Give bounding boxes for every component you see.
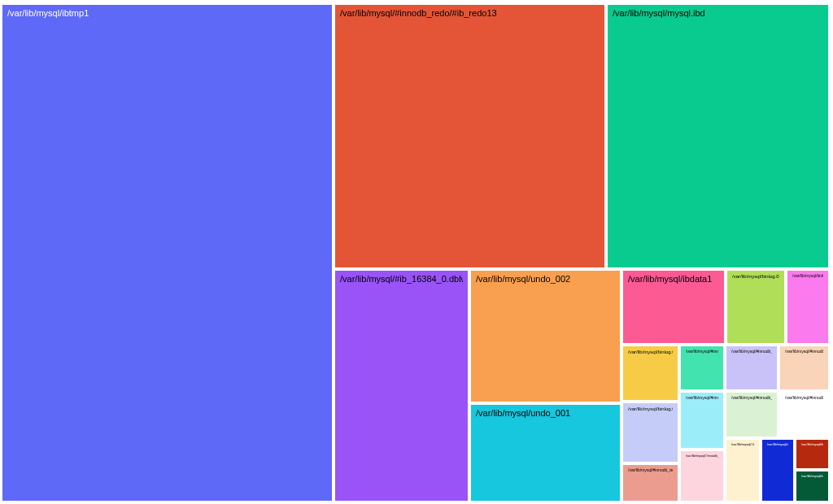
cell-temptmp-1-label: /var/lib/mysql/#innodb_temp/temp_1.ibt: [628, 468, 673, 473]
cell-undo-001: /var/lib/mysql/undo_001: [470, 404, 621, 502]
cell-ib-16384-label: /var/lib/mysql/#ib_16384_0.dblwr: [340, 274, 463, 284]
cell-undo-001-label: /var/lib/mysql/undo_001: [476, 408, 615, 418]
cell-binlog-041: /var/lib/mysql/binlog.000041: [622, 402, 678, 463]
cell-binlog-042-label: /var/lib/mysql/binlog.000042: [801, 475, 823, 478]
cell-temptmp-3-label: /var/lib/mysql/#innodb_temp/temp_3.ibt: [731, 350, 772, 354]
cell-binlog-038: /var/lib/mysql/binlog.000038: [726, 270, 785, 344]
cell-temptmp-9: /var/lib/mysql/#innodb_temp/temp_9.ibt: [726, 439, 760, 502]
cell-temptmp-4: /var/lib/mysql/#innodb_temp/temp_4.ibt: [779, 345, 829, 390]
cell-mysql-ibd: /var/lib/mysql/mysql.ibd: [607, 4, 829, 268]
cell-binlog-040-label: /var/lib/mysql/binlog.000040: [628, 350, 673, 355]
cell-temptmp-2: /var/lib/mysql/#innodb_temp/temp_2.ibt: [680, 345, 724, 390]
cell-temptmp-3: /var/lib/mysql/#innodb_temp/temp_3.ibt: [726, 345, 778, 390]
cell-temptmp-4-label: /var/lib/mysql/#innodb_temp/temp_4.ibt: [785, 350, 823, 354]
cell-temptmp-8: /var/lib/mysql/#innodb_temp/temp_8.ibt: [680, 450, 724, 502]
cell-temptmp-5-label: /var/lib/mysql/#innodb_temp/temp_5.ibt: [686, 396, 718, 401]
cell-binlog-039: /var/lib/mysql/binlog.000039: [787, 270, 829, 344]
cell-binlog-042: /var/lib/mysql/binlog.000042: [796, 471, 829, 502]
cell-binlog-040: /var/lib/mysql/binlog.000040: [622, 345, 678, 401]
cell-ibdata1-label: /var/lib/mysql/ibdata1: [628, 274, 719, 284]
cell-binlog-039-label: /var/lib/mysql/binlog.000039: [792, 274, 823, 279]
cell-ibbuffer: /var/lib/mysql/ib_buffer_pool: [796, 439, 829, 469]
cell-undo-002: /var/lib/mysql/undo_002: [470, 270, 621, 402]
cell-temptmp-6: /var/lib/mysql/#innodb_temp/temp_6.ibt: [726, 392, 778, 437]
cell-temptmp-7: /var/lib/mysql/#innodb_temp/temp_7.ibt: [779, 392, 829, 437]
treemap-chart: /var/lib/mysql/ibtmp1/var/lib/mysql/#inn…: [0, 0, 833, 504]
cell-ibbuffer-label: /var/lib/mysql/ib_buffer_pool: [801, 443, 823, 446]
cell-temptmp-9-label: /var/lib/mysql/#innodb_temp/temp_9.ibt: [731, 443, 754, 446]
cell-mysql-ibd-label: /var/lib/mysql/mysql.ibd: [613, 8, 823, 18]
cell-temptmp-6-label: /var/lib/mysql/#innodb_temp/temp_6.ibt: [731, 396, 772, 401]
cell-ib-16384: /var/lib/mysql/#ib_16384_0.dblwr: [334, 270, 469, 502]
cell-sys1: /var/lib/mysql/sys/sys_config.ibd: [761, 439, 794, 502]
cell-binlog-038-label: /var/lib/mysql/binlog.000038: [732, 274, 779, 280]
cell-ib-redo13-label: /var/lib/mysql/#innodb_redo/#ib_redo13: [340, 8, 600, 18]
cell-ibdata1: /var/lib/mysql/ibdata1: [622, 270, 725, 344]
cell-ibtmp1: /var/lib/mysql/ibtmp1: [2, 4, 333, 502]
cell-temptmp-7-label: /var/lib/mysql/#innodb_temp/temp_7.ibt: [785, 396, 823, 401]
cell-binlog-041-label: /var/lib/mysql/binlog.000041: [628, 406, 673, 412]
cell-ib-redo13: /var/lib/mysql/#innodb_redo/#ib_redo13: [334, 4, 605, 268]
cell-temptmp-5: /var/lib/mysql/#innodb_temp/temp_5.ibt: [680, 392, 724, 449]
cell-temptmp-2-label: /var/lib/mysql/#innodb_temp/temp_2.ibt: [686, 350, 718, 354]
cell-temptmp-1: /var/lib/mysql/#innodb_temp/temp_1.ibt: [622, 464, 678, 502]
cell-undo-002-label: /var/lib/mysql/undo_002: [476, 274, 615, 284]
cell-ibtmp1-label: /var/lib/mysql/ibtmp1: [7, 8, 327, 18]
cell-sys1-label: /var/lib/mysql/sys/sys_config.ibd: [767, 443, 788, 446]
cell-temptmp-8-label: /var/lib/mysql/#innodb_temp/temp_8.ibt: [686, 454, 718, 458]
